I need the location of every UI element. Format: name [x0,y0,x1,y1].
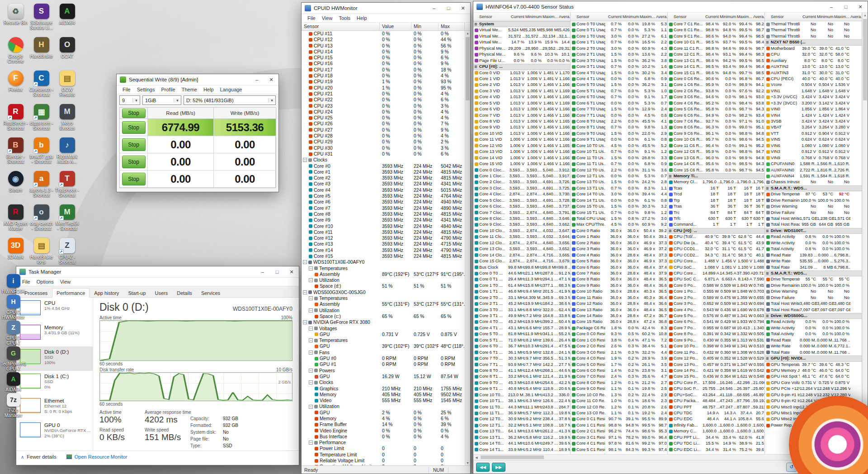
sensor-row[interactable]: Virtual Me...5,524 MB5,235 MB5,988 MB5,4… [473,27,570,33]
tree-expander-icon[interactable]: − [309,296,313,300]
sensor-row[interactable]: Trcd18 T18 T18 T18 T [668,191,764,197]
sensor-row[interactable]: −Voltages [302,326,470,332]
desktop-icon[interactable]: a↗aurora-1.3 - Shortcut [28,171,54,204]
menu-language[interactable]: Language [217,87,245,92]
sensor-row[interactable]: Core #03593 MHz224 MHz5042 MHz [302,163,470,169]
sensor-row[interactable]: CPU #270 %0 %9 % [302,127,470,133]
sensor-row[interactable]: CPU #250 %0 %4 % [302,115,470,121]
sensor-row[interactable]: Core 13 C0 Re...1.1 %0.1 %19.2 %2.4 [571,410,667,416]
sensor-row[interactable]: Core 13 Clo...3,593....3,593....4,840...… [473,246,570,252]
sensor-row[interactable]: −WDS500G3X0C-00SJG0 [302,289,470,295]
sensor-row[interactable]: Core 13 Ratio36.0 x36.0 x48.4 x36.5 [571,307,667,313]
sensor-row[interactable]: Core 6 Ratio36.0 x36.0 x48.4 x37.4 [571,265,667,270]
sensor-row[interactable]: Core 14 Po...0.421 W0.358 W1.619 W0.542 [668,368,764,374]
sensor-row[interactable]: Core 1 C1 Resi...98.8 %94.8 %99.5 %98.7 [571,422,667,428]
desktop-icon[interactable]: ◉Steam [3,171,28,204]
sensor-row[interactable]: CPU #170 %0 %18 % [302,67,470,73]
sensor-row[interactable]: AUXFANIN02,722 R...1,816 R...2,726 R... [765,167,862,173]
scroll-up-icon[interactable]: ▲ [863,13,868,18]
sensor-row[interactable]: Core 10 VID1.013 V1.006 V1.466 V1.166 [473,131,570,137]
sensor-row[interactable]: Read Activity0.8 %0.0 %100.0 % [765,234,862,240]
sensor-row[interactable]: CPU Core...1.488 V1.456 V1.500 V1.488 [668,258,764,264]
desktop-icon[interactable]: FFirefox [3,71,28,103]
sensor-row[interactable]: Bus Interface0 %0 %4 % [302,434,470,440]
target-drive-select[interactable]: D: 52% (481/931GiB)▾ [184,95,276,105]
sensor-row[interactable]: Core 3 Cloc...3,593....3,593....4,691...… [473,185,570,191]
sensor-row[interactable]: Core 12 VID1.006 V1.006 V1.466 V1.165 [473,143,570,149]
sensor-row[interactable]: Core 10 Clo...3,593....2,874....4,032...… [473,228,570,234]
sensor-row[interactable]: Core 11 Clo...3,593....3,593....4,032...… [473,234,570,240]
sensor-row[interactable]: Core 10 T1...38.1 MHz6.3 MHz126.6 ...22.… [473,398,570,404]
sensor-row[interactable]: GPU Memory Jun...48.0 °C46.0 °C64.0 °C [765,368,862,374]
sensor-row[interactable]: CPU #210 %0 %4 % [302,91,470,97]
menu-file[interactable]: File [119,87,134,92]
sensor-row[interactable]: Core 2 Cloc...3,593....3,593....4,691...… [473,179,570,185]
sensor-row[interactable]: Core 3 Po...0.652 W0.509 W1.343 W0.694 [668,301,764,307]
stop-all-button[interactable]: Stop [122,109,146,118]
sensor-row[interactable]: Total Host Reads955 GB644 GB955 GB [765,222,862,228]
sensor-row[interactable]: Core 8 T0 Usage2.2 %0.0 %45.5 %4.1 [571,118,667,124]
sensor-row[interactable]: Virtual Me...14.7 %13.9 %15.9 %14.4 [473,39,570,45]
sensor-row[interactable]: Graphics210 MHz210 MHz1755 MHz [302,386,470,392]
sensor-row[interactable]: −NVIDIA GeForce RTX 3080 [302,319,470,325]
sensor-row[interactable]: Core #33593 MHz224 MHz4341 MHz [302,181,470,187]
stop-button[interactable]: Stop [122,138,146,151]
sensor-row[interactable]: AUXTIN213.0 °C13.0 °C13.0 °C [765,64,862,70]
sensor-row[interactable]: VIN61.080 V1.080 V1.080 V [765,143,862,149]
sensor-row[interactable]: −WDS100T1X0E-00AFY0 [302,259,470,265]
desktop-icon[interactable]: ZCPUID CPU-Z [0,321,26,346]
sensor-row[interactable]: Core 2 T1 ...45.2 MHz19.9 MHz184.2 ...38… [473,301,570,307]
sensor-row[interactable]: Core #103593 MHz224 MHz4840 MHz [302,223,470,229]
sensor-row[interactable]: Core 9 T0 ...45.3 MHz10.8 MHz254.6 ...42… [473,380,570,386]
sensor-row[interactable]: Core 11 C6 R...96.4 %0.0 %99.1 %95.2 [668,143,764,149]
sensor-row[interactable]: Tras36 T36 T36 T36 T [668,204,764,209]
sensor-row[interactable]: Core 6 C0 Resi...1.4 %0.2 %23.8 %3.1 [571,368,667,374]
sensor-row[interactable]: Core 1 T0 Usage3.0 %0.0 %27.2 %6.1 [571,33,667,39]
sensor-row[interactable]: Core #113593 MHz224 MHz4815 MHz [302,229,470,235]
sensor-row[interactable]: CPU #310 %0 %6 % [302,151,470,157]
sensor-row[interactable]: Core 7 C1 Re...98.4 %92.0 %99.4 %98.2 [668,21,764,27]
sensor-row[interactable]: −Utilization [302,308,470,313]
sensor-row[interactable]: Command...1 T1 T1 T1 T [668,222,764,228]
sensor-row[interactable]: Core 0 T0 Usage0.7 %0.0 %19.8 %5.3 [571,21,667,27]
desktop-icon[interactable]: ▤HandBrake logs [28,238,54,270]
desktop-icon[interactable]: B↗Blender - Shortcut [3,137,28,170]
sensor-row[interactable]: Page File U...0.0 %0.0 %0.0 %0.0 % [473,58,570,64]
sensor-row[interactable]: VIN01.856 V1.856 V1.864 V [765,106,862,112]
tree-expander-icon[interactable]: − [309,308,313,313]
sensor-row[interactable]: Core 7 T0 Usage1.5 %0.0 %12.9 %2.4 [571,106,667,112]
sensor-row[interactable]: +3.3V (3VCC)3.200 V3.142 V3.424 V [765,100,862,106]
sensor-row[interactable]: Core 6 Cloc...3,593....3,593....4,840...… [473,204,570,209]
columns-back-button[interactable]: ◀◀ [476,463,490,472]
sensor-row[interactable]: CPU #201 %0 %95 % [302,85,470,91]
sensor-row[interactable]: Core 14 C6 R...95.6 %0.0 %98.5 %94.3 [668,161,764,167]
sensor-row[interactable]: Core 9 T1 ...40.8 MHz5.4 MHz118.9 ...20.… [473,386,570,392]
sensor-row[interactable]: Video Engine0 %0 %0 % [302,428,470,434]
sensor-row[interactable]: Core 15 VID1.006 V1.006 V1.466 V1.166 [473,161,570,167]
sensor-row[interactable]: Core 5 C0 Resi...1.7 %0.2 %26.1 %3.5 [571,362,667,368]
sensor-row[interactable]: GPU Hot Spot Te...48.1 °C47.6 °C64.0 °C [765,374,862,379]
sensor-row[interactable]: Core 6 T0 Usage0.7 %0.0 %9.1 %1.7 [571,94,667,100]
sensor-section-header[interactable]: ≣CPU [#0]: ... [473,64,570,70]
sensor-row[interactable]: Core 8 Cloc...3,593....3,593....4,840...… [473,216,570,222]
sensor-row[interactable]: Core 2 T1 Usage1.5 %0.0 %13.6 %2.2 [571,52,667,57]
sensor-row[interactable]: Tcas16 T16 T16 T16 T [668,185,764,191]
sensor-section-header[interactable]: ≣Drive: WDS500G... [765,313,862,319]
sensor-row[interactable]: Trc84 T84 T84 T84 T [668,210,764,216]
sensor-row[interactable]: Memory Cl...1,796.0 ...1,796.0 ...1,796.… [668,179,764,185]
sensor-row[interactable]: Core 3 T1 Usage0.7 %0.0 %10.2 %1.6 [571,64,667,70]
sensor-row[interactable]: Core 6 Po...0.541 W0.429 W1.933 W0.794 [668,319,764,325]
sensor-row[interactable]: Core 5 T1 ...71.0 MHz8.2 MHz139.6 ...26.… [473,337,570,343]
sensor-row[interactable]: Auxiliary8.0 °C8.0 °C8.0 °C [765,58,862,64]
sensor-row[interactable]: CPU Core P...17.509 ...16.246 ...42.298 … [668,380,764,386]
sensor-row[interactable]: Core 4 T1 ...43.1 MHz6.6 MHz155.7 ...28.… [473,325,570,331]
sensor-row[interactable]: Core 4 Ratio36.0 x28.8 x48.4 x37.3 [571,252,667,258]
sensor-row[interactable]: −Powers [302,368,470,374]
sensor-row[interactable]: GPU2 %0 %25 % [302,410,470,416]
sensor-row[interactable]: Core 8 Ratio36.0 x36.0 x48.4 x36.5 [571,276,667,282]
sensor-section-header[interactable]: ≣S.M.A.R.T.: WDS... [765,270,862,276]
sensor-row[interactable]: Core 8 T1 ...33.2 MHz6.1 MHz121.4 ...21.… [473,374,570,379]
tree-expander-icon[interactable]: − [309,405,313,409]
sensor-row[interactable]: CPU TDC14.9 A14.3 A37.4 A20.7 [668,410,764,416]
sensor-row[interactable]: Core 10 C1 R...98.5 %93.7 %99.5 %98.4 [668,39,764,45]
